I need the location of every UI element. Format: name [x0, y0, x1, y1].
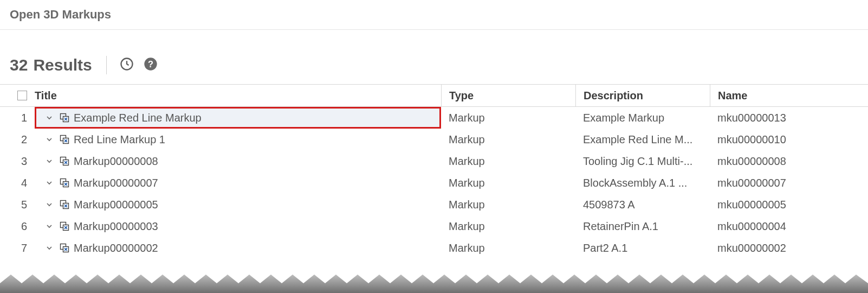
- cell-type: Markup: [441, 215, 575, 237]
- cell-title: Red Line Markup 1: [35, 129, 441, 150]
- row-number: 6: [0, 215, 35, 237]
- row-title-text: Markup00000005: [74, 199, 158, 211]
- chevron-down-icon[interactable]: [44, 156, 54, 166]
- svg-text:?: ?: [148, 59, 153, 69]
- table-row[interactable]: 7Markup00000002MarkupPart2 A.1mku0000000…: [0, 237, 868, 259]
- title-cell-inner[interactable]: Markup00000003: [35, 215, 441, 237]
- markup-icon: [59, 112, 70, 124]
- header-title[interactable]: Title: [35, 85, 441, 106]
- row-number: 5: [0, 194, 35, 215]
- cell-description: BlockAssembly A.1 ...: [575, 172, 710, 194]
- row-number: 4: [0, 172, 35, 194]
- table-row[interactable]: 5Markup00000005Markup4509873 Amku0000000…: [0, 194, 868, 215]
- title-cell-inner[interactable]: Markup00000005: [35, 194, 441, 215]
- table-row[interactable]: 6Markup00000003MarkupRetainerPin A.1mku0…: [0, 215, 868, 237]
- markup-icon: [59, 220, 70, 232]
- chevron-down-icon[interactable]: [44, 243, 54, 253]
- cell-title: Markup00000007: [35, 172, 441, 194]
- cell-type: Markup: [441, 150, 575, 172]
- header-type[interactable]: Type: [441, 85, 575, 106]
- select-all-checkbox[interactable]: [17, 91, 27, 100]
- markup-icon: [59, 133, 70, 145]
- cell-name: mku00000013: [710, 107, 844, 129]
- header-description[interactable]: Description: [575, 85, 710, 106]
- cell-type: Markup: [441, 129, 575, 150]
- row-title-text: Markup00000003: [74, 220, 158, 233]
- torn-edge: [0, 275, 868, 293]
- cell-name: mku00000002: [710, 237, 844, 259]
- table-row[interactable]: 2Red Line Markup 1MarkupExample Red Line…: [0, 129, 868, 150]
- table-row[interactable]: 1Example Red Line MarkupMarkupExample Ma…: [0, 107, 868, 129]
- chevron-down-icon[interactable]: [44, 221, 54, 231]
- cell-title: Markup00000003: [35, 215, 441, 237]
- page-title: Open 3D Markups: [0, 0, 868, 30]
- cell-title: Markup00000008: [35, 150, 441, 172]
- cell-description: Example Markup: [575, 107, 710, 129]
- header-select-cell: [0, 85, 35, 106]
- table-header: Title Type Description Name: [0, 84, 868, 107]
- cell-description: Part2 A.1: [575, 237, 710, 259]
- divider: [106, 56, 107, 74]
- header-name[interactable]: Name: [710, 85, 844, 106]
- chevron-down-icon[interactable]: [44, 135, 54, 144]
- row-number: 1: [0, 107, 35, 129]
- row-number: 7: [0, 237, 35, 259]
- markup-icon: [59, 155, 70, 167]
- row-title-text: Markup00000007: [74, 177, 158, 189]
- table-row[interactable]: 4Markup00000007MarkupBlockAssembly A.1 .…: [0, 172, 868, 194]
- chevron-down-icon[interactable]: [44, 200, 54, 209]
- title-cell-inner[interactable]: Markup00000002: [35, 237, 441, 259]
- cell-type: Markup: [441, 107, 575, 129]
- row-number: 3: [0, 150, 35, 172]
- cell-description: Example Red Line M...: [575, 129, 710, 150]
- help-icon: ?: [143, 56, 158, 74]
- cell-name: mku00000005: [710, 194, 844, 215]
- row-title-text: Markup00000002: [74, 242, 158, 254]
- cell-name: mku00000008: [710, 150, 844, 172]
- title-cell-inner[interactable]: Markup00000007: [35, 172, 441, 194]
- clock-icon: [119, 56, 134, 74]
- markup-icon: [59, 177, 70, 189]
- cell-name: mku00000004: [710, 215, 844, 237]
- results-bar: 32 Results ?: [0, 30, 868, 84]
- row-number: 2: [0, 129, 35, 150]
- markup-icon: [59, 242, 70, 254]
- cell-title: Markup00000002: [35, 237, 441, 259]
- markup-icon: [59, 199, 70, 211]
- cell-type: Markup: [441, 172, 575, 194]
- cell-description: RetainerPin A.1: [575, 215, 710, 237]
- cell-name: mku00000007: [710, 172, 844, 194]
- title-cell-inner[interactable]: Example Red Line Markup: [35, 107, 441, 129]
- chevron-down-icon[interactable]: [44, 178, 54, 188]
- row-title-text: Example Red Line Markup: [74, 112, 202, 124]
- table-row[interactable]: 3Markup00000008MarkupTooling Jig C.1 Mul…: [0, 150, 868, 172]
- title-cell-inner[interactable]: Markup00000008: [35, 150, 441, 172]
- help-button[interactable]: ?: [141, 56, 160, 74]
- cell-title: Example Red Line Markup: [35, 107, 441, 129]
- cell-name: mku00000010: [710, 129, 844, 150]
- row-title-text: Red Line Markup 1: [74, 133, 165, 146]
- cell-type: Markup: [441, 237, 575, 259]
- cell-description: Tooling Jig C.1 Multi-...: [575, 150, 710, 172]
- results-count: 32: [10, 56, 28, 74]
- row-title-text: Markup00000008: [74, 155, 158, 168]
- cell-title: Markup00000005: [35, 194, 441, 215]
- cell-type: Markup: [441, 194, 575, 215]
- results-table: Title Type Description Name 1Example Red…: [0, 84, 868, 259]
- title-cell-inner[interactable]: Red Line Markup 1: [35, 129, 441, 150]
- cell-description: 4509873 A: [575, 194, 710, 215]
- results-label: Results: [33, 56, 92, 74]
- chevron-down-icon[interactable]: [44, 113, 54, 123]
- history-button[interactable]: [118, 56, 136, 74]
